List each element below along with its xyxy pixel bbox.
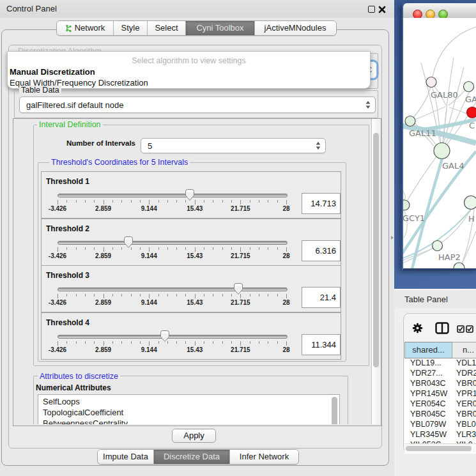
network-node[interactable] <box>454 263 464 268</box>
cell-shared-name: YLR345W <box>410 429 447 440</box>
threshold-slider-track[interactable] <box>58 241 288 245</box>
slider-tick <box>176 294 177 296</box>
network-node[interactable] <box>405 116 415 127</box>
table-data-combobox-value: galFiltered.sif default node <box>26 97 123 112</box>
table-row[interactable]: YER054CYER0 <box>404 399 476 409</box>
slider-tick-label: 15.43 <box>179 252 211 259</box>
threshold-value-input[interactable]: 11.344 <box>302 334 341 355</box>
table-row[interactable]: YDR27...YDR2 <box>404 368 476 378</box>
slider-tick <box>222 200 223 203</box>
tab-discretize-data[interactable]: Discretize Data <box>154 450 230 464</box>
slider-tick <box>104 200 104 204</box>
threshold-slider-thumb[interactable] <box>233 282 243 295</box>
numerical-attributes-label: Numerical Attributes <box>36 383 111 392</box>
table-row[interactable]: YBR045CYBR0 <box>404 409 476 419</box>
network-node[interactable] <box>464 82 474 92</box>
threshold-slider-thumb[interactable] <box>185 188 195 201</box>
tab-infer-network-label: Infer Network <box>240 450 289 464</box>
attribute-item[interactable]: TopologicalCoefficient <box>43 408 123 417</box>
algorithm-option-manual[interactable]: Manual Discretization <box>10 67 95 77</box>
tab-select[interactable]: Select <box>148 21 186 35</box>
table-hscrollbar-thumb[interactable] <box>406 446 472 451</box>
network-window-titlebar[interactable] <box>403 3 476 19</box>
threshold-slider-track[interactable] <box>58 194 288 197</box>
number-of-intervals-combobox[interactable]: 5 <box>141 138 326 153</box>
float-window-icon[interactable] <box>368 6 375 13</box>
threshold-slider-thumb[interactable] <box>160 330 170 342</box>
slider-tick <box>149 200 150 204</box>
network-canvas[interactable]: GAL80GACGAL11GAL4GCY1HHAP2 <box>403 18 476 268</box>
network-node[interactable] <box>403 200 410 210</box>
slider-tick <box>250 247 250 250</box>
tab-jactivemnodules[interactable]: jActiveMNodules <box>255 21 335 35</box>
table-row[interactable]: YDL19...YDL1 <box>404 358 476 368</box>
threshold-value-input[interactable]: 14.713 <box>302 193 341 214</box>
slider-tick <box>277 247 278 250</box>
slider-tick-label: 9.144 <box>133 299 165 306</box>
attribute-item[interactable]: SelfLoops <box>43 397 80 406</box>
network-node[interactable] <box>433 241 443 251</box>
tab-impute-data[interactable]: Impute Data <box>98 450 154 464</box>
cell-name: YDR2 <box>456 368 476 378</box>
slider-tick <box>259 294 259 296</box>
attributes-scrollbar-thumb[interactable] <box>332 397 337 424</box>
combo-arrows-icon <box>316 142 321 150</box>
close-icon[interactable] <box>378 6 386 13</box>
table-row[interactable]: YBL079WYBL0 <box>404 419 476 429</box>
checkbox-checked-icon[interactable] <box>457 325 464 333</box>
tab-style[interactable]: Style <box>114 21 148 35</box>
slider-tick-label: 21.715 <box>224 252 256 259</box>
table-rows: YDL19...YDL1YDR27...YDR2YBR043CYBR0YPR14… <box>404 358 476 443</box>
table-row[interactable]: YBR043CYBR0 <box>404 378 476 388</box>
network-node[interactable] <box>464 196 476 210</box>
settings-scrollpane: Interval Definition Number of Intervals … <box>13 118 381 426</box>
attributes-list-scrollbar[interactable] <box>330 395 339 424</box>
column-header-shared-name[interactable]: shared... <box>404 342 452 358</box>
split-columns-icon[interactable] <box>435 322 449 334</box>
checkbox-checked-icon[interactable] <box>466 325 473 333</box>
slider-tick <box>58 200 58 204</box>
cell-shared-name: YBR043C <box>410 378 446 388</box>
table-horizontal-scrollbar[interactable] <box>404 443 476 452</box>
tab-network[interactable]: Network <box>57 21 114 35</box>
slider-tick <box>286 294 287 298</box>
settings-scrollbar-thumb[interactable] <box>373 133 379 367</box>
threshold-label: Threshold 1 <box>46 177 89 186</box>
slider-tick <box>222 247 223 250</box>
settings-vertical-scrollbar[interactable] <box>371 119 381 424</box>
slider-tick <box>195 341 196 346</box>
threshold-slider-track[interactable] <box>58 288 288 291</box>
slider-tick <box>250 294 250 296</box>
network-node[interactable] <box>467 107 476 118</box>
split-divider-arrow[interactable] <box>390 235 394 240</box>
threshold-slider-thumb[interactable] <box>123 236 134 249</box>
attribute-item[interactable]: BetweennessCentrality <box>43 418 128 424</box>
gear-icon[interactable] <box>412 323 423 334</box>
slider-tick <box>149 247 150 252</box>
slider-tick <box>76 247 77 250</box>
column-header-name[interactable]: n... <box>452 342 476 358</box>
table-data-combobox[interactable]: galFiltered.sif default node <box>19 96 376 113</box>
network-node[interactable] <box>426 77 436 88</box>
network-edge <box>413 88 431 118</box>
tab-discretize-data-label: Discretize Data <box>164 450 220 464</box>
table-row[interactable]: YLR345WYLR3 <box>404 429 476 440</box>
threshold-slider-track[interactable] <box>58 335 288 339</box>
slider-tick-label: 28 <box>270 299 302 306</box>
numerical-attributes-list[interactable]: SelfLoopsTopologicalCoefficientBetweenne… <box>38 394 340 424</box>
threshold-value-input[interactable]: 6.316 <box>302 240 341 261</box>
network-node-label: C <box>469 121 475 130</box>
threshold-value-input[interactable]: 21.4 <box>302 287 341 308</box>
table-row[interactable]: YPR145WYPR1 <box>404 388 476 399</box>
tab-infer-network[interactable]: Infer Network <box>230 450 298 464</box>
slider-tick <box>158 247 159 250</box>
slider-tick <box>268 341 268 344</box>
interval-definition-group-title: Interval Definition <box>37 120 103 129</box>
threshold-label: Threshold 3 <box>46 271 89 280</box>
apply-button[interactable]: Apply <box>172 429 216 443</box>
tab-cyni-toolbox[interactable]: Cyni Toolbox <box>186 21 255 35</box>
slider-tick <box>121 294 122 296</box>
network-node[interactable] <box>434 143 450 159</box>
slider-tick <box>58 247 58 252</box>
slider-tick <box>85 200 86 203</box>
